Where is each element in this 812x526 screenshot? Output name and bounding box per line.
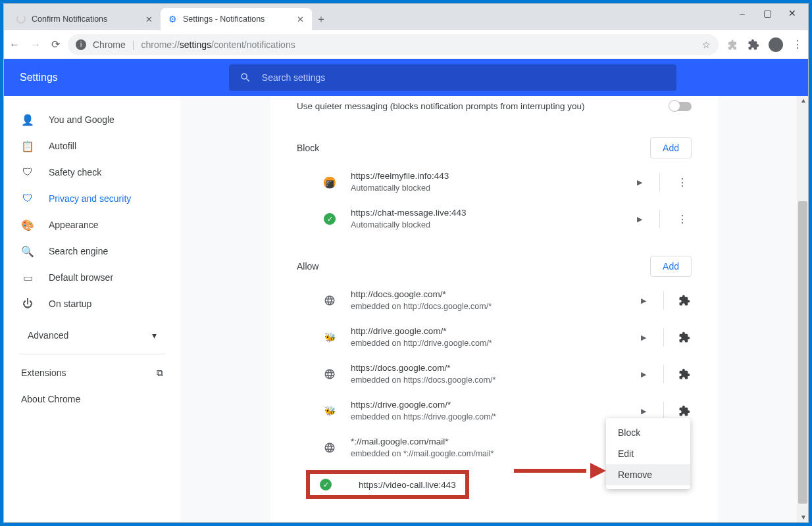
globe-icon xyxy=(323,441,336,454)
app-label: Chrome xyxy=(93,39,126,50)
extension-puzzle-icon[interactable] xyxy=(677,330,692,345)
extensions-icon[interactable] xyxy=(748,39,759,51)
sidebar-item-label: On startup xyxy=(49,299,91,309)
settings-gear-icon: ⚙ xyxy=(167,14,178,24)
extension-puzzle-icon[interactable] xyxy=(677,367,692,381)
palette-icon: 🎨 xyxy=(21,219,34,231)
tab-settings-notifications[interactable]: ⚙ Settings - Notifications ✕ xyxy=(161,8,312,30)
expand-arrow-icon[interactable]: ▶ xyxy=(637,293,650,309)
sidebar-item-label: Default browser xyxy=(49,272,113,283)
globe-icon xyxy=(323,368,336,381)
site-url: *://mail.google.com/mail* xyxy=(351,436,494,448)
browser-icon: ▭ xyxy=(21,272,34,284)
profile-avatar-icon[interactable] xyxy=(769,37,783,52)
sidebar-item-default-browser[interactable]: ▭Default browser xyxy=(9,264,175,291)
sidebar-advanced[interactable]: Advanced▾ xyxy=(16,322,168,348)
scroll-down-icon[interactable]: ▼ xyxy=(799,513,808,522)
expand-arrow-icon[interactable]: ▶ xyxy=(637,329,650,346)
separator xyxy=(663,328,664,347)
check-icon: ✓ xyxy=(323,212,336,226)
expand-arrow-icon[interactable]: ▶ xyxy=(633,174,646,191)
reload-button[interactable]: ⟳ xyxy=(51,38,60,51)
ctx-remove[interactable]: Remove xyxy=(606,464,690,485)
block-add-button[interactable]: Add xyxy=(650,137,692,158)
advanced-label: Advanced xyxy=(28,330,68,341)
sidebar-item-label: You and Google xyxy=(49,114,114,125)
sidebar-item-search-engine[interactable]: 🔍Search engine xyxy=(9,238,175,264)
separator xyxy=(663,291,664,310)
site-url: https://docs.google.com/* xyxy=(351,362,495,375)
loading-spinner-icon xyxy=(16,14,26,24)
back-button[interactable]: ← xyxy=(9,39,20,51)
sidebar-item-privacy-security[interactable]: 🛡Privacy and security xyxy=(9,185,175,212)
sidebar-item-appearance[interactable]: 🎨Appearance xyxy=(9,212,175,238)
block-section-header: Block Add xyxy=(297,137,692,158)
close-tab-icon[interactable]: ✕ xyxy=(295,14,305,24)
chrome-menu-icon[interactable]: ⋮ xyxy=(792,38,803,51)
ctx-edit[interactable]: Edit xyxy=(606,443,690,464)
extension-puzzle-icon[interactable] xyxy=(677,293,692,308)
sidebar-divider xyxy=(20,354,165,354)
quieter-messaging-toggle[interactable] xyxy=(669,102,692,111)
site-menu-button[interactable]: ⋮ xyxy=(673,209,692,229)
bee-icon: 🐝 xyxy=(323,404,336,418)
sidebar-item-safety-check[interactable]: 🛡Safety check xyxy=(9,159,175,185)
scroll-up-icon[interactable]: ▲ xyxy=(799,96,808,105)
settings-title: Settings xyxy=(20,72,58,84)
bookmark-star-icon[interactable]: ☆ xyxy=(702,39,711,50)
sidebar-about-chrome[interactable]: About Chrome xyxy=(9,386,175,412)
site-url: https://chat-message.live:443 xyxy=(351,207,467,220)
address-bar[interactable]: i Chrome | chrome://settings/content/not… xyxy=(68,34,719,55)
extensions-label: Extensions xyxy=(21,368,66,378)
extensions-disabled-icon[interactable] xyxy=(726,39,738,51)
settings-search[interactable]: Search settings xyxy=(229,64,676,91)
extension-puzzle-icon[interactable] xyxy=(677,404,692,418)
scroll-thumb[interactable] xyxy=(798,201,807,504)
shield-icon: 🛡 xyxy=(21,193,34,204)
block-label: Block xyxy=(297,143,319,153)
globe-icon xyxy=(323,294,336,307)
scrollbar[interactable]: ▲ ▼ xyxy=(798,96,808,522)
settings-header: Settings Search settings xyxy=(4,59,808,96)
site-url: https://feelmyfile.info:443 xyxy=(351,170,449,183)
allow-site-row: http://docs.google.com/*embedded on http… xyxy=(297,282,692,319)
site-context-menu: Block Edit Remove xyxy=(606,418,690,489)
site-info-icon[interactable]: i xyxy=(76,39,86,50)
site-url: https://video-call.live:443 xyxy=(359,480,456,490)
close-tab-icon[interactable]: ✕ xyxy=(143,14,154,24)
sidebar-item-label: Search engine xyxy=(49,246,108,256)
new-tab-button[interactable]: ＋ xyxy=(312,10,330,28)
close-window-button[interactable]: ✕ xyxy=(786,8,799,18)
tab-confirm-notifications[interactable]: Confirm Notifications ✕ xyxy=(9,8,161,30)
sidebar-item-you-and-google[interactable]: 👤You and Google xyxy=(9,107,175,133)
forward-button[interactable]: → xyxy=(30,39,41,51)
annotation-arrow xyxy=(514,464,606,477)
minimize-button[interactable]: – xyxy=(736,8,749,18)
person-icon: 👤 xyxy=(21,114,34,126)
allow-add-button[interactable]: Add xyxy=(650,256,692,277)
search-icon xyxy=(240,72,251,84)
ctx-label: Remove xyxy=(618,469,652,480)
site-menu-button[interactable]: ⋮ xyxy=(673,172,692,193)
site-sub: embedded on *://mail.google.com/mail* xyxy=(351,448,494,460)
site-url: https://drive.google.com/* xyxy=(351,399,496,412)
settings-main: Use quieter messaging (blocks notificati… xyxy=(180,96,808,522)
power-icon: ⏻ xyxy=(21,298,34,310)
sidebar-item-label: Safety check xyxy=(49,167,101,178)
add-label: Add xyxy=(663,261,679,272)
sidebar-item-label: Autofill xyxy=(49,141,76,151)
allow-site-row: 🐝http://drive.google.com/*embedded on ht… xyxy=(297,319,692,356)
expand-arrow-icon[interactable]: ▶ xyxy=(637,366,650,383)
tab-title: Settings - Notifications xyxy=(183,14,265,24)
search-icon: 🔍 xyxy=(21,245,34,258)
expand-arrow-icon[interactable]: ▶ xyxy=(633,211,646,227)
ctx-block[interactable]: Block xyxy=(606,422,690,443)
sidebar-item-on-startup[interactable]: ⏻On startup xyxy=(9,291,175,317)
maximize-button[interactable]: ▢ xyxy=(761,8,774,18)
site-sub: embedded on http://docs.google.com/* xyxy=(351,301,492,313)
allow-section-header: Allow Add xyxy=(297,256,692,277)
sidebar-extensions[interactable]: Extensions⧉ xyxy=(9,360,175,386)
sidebar-item-autofill[interactable]: 📋Autofill xyxy=(9,133,175,159)
expand-arrow-icon[interactable]: ▶ xyxy=(637,403,650,419)
site-url: http://drive.google.com/* xyxy=(351,325,492,338)
